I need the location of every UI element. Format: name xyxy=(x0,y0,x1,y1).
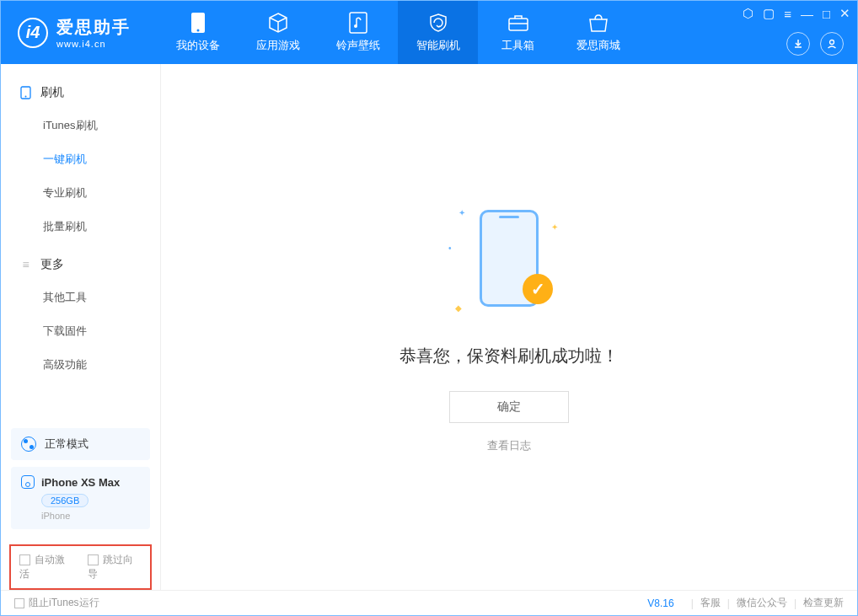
maximize-button[interactable]: □ xyxy=(823,7,830,21)
menu-icon[interactable]: ≡ xyxy=(784,7,791,21)
sidebar-section-more: ≡ 更多 其他工具 下载固件 高级功能 xyxy=(1,249,160,382)
footer-link-wechat[interactable]: 微信公众号 xyxy=(737,596,787,610)
menu-icon: ≡ xyxy=(19,259,32,271)
checkbox-skip-guide[interactable]: 跳过向导 xyxy=(88,553,142,581)
view-log-link[interactable]: 查看日志 xyxy=(487,438,531,453)
sidebar-item-pro-flash[interactable]: 专业刷机 xyxy=(1,176,160,210)
sidebar-item-itunes-flash[interactable]: iTunes刷机 xyxy=(1,109,160,142)
store-icon xyxy=(587,12,609,34)
logo-area: i4 爱思助手 www.i4.cn xyxy=(1,16,147,49)
sidebar-head-more[interactable]: ≡ 更多 xyxy=(1,249,160,281)
success-illustration: ✦✦◆• ✓ xyxy=(442,201,576,319)
sidebar-item-batch-flash[interactable]: 批量刷机 xyxy=(1,210,160,244)
device-type: iPhone xyxy=(41,511,140,521)
refresh-shield-icon xyxy=(427,12,449,34)
ok-button[interactable]: 确定 xyxy=(449,391,569,423)
device-panel: 正常模式 iPhone XS Max 256GB iPhone xyxy=(1,428,160,539)
device-box[interactable]: iPhone XS Max 256GB iPhone xyxy=(11,467,150,529)
nav-label: 智能刷机 xyxy=(416,38,460,53)
nav-store[interactable]: 爱思商城 xyxy=(558,1,638,64)
cube-icon xyxy=(267,12,289,34)
sidebar-section-title: 刷机 xyxy=(40,85,64,100)
minimize-button[interactable]: — xyxy=(801,7,813,21)
tshirt-icon[interactable]: ⬡ xyxy=(743,6,753,21)
window-controls: ⬡ ▢ ≡ — □ ✕ xyxy=(743,6,850,21)
sidebar-section-title: 更多 xyxy=(40,257,64,272)
phone-small-icon xyxy=(21,475,35,489)
storage-badge: 256GB xyxy=(41,494,88,507)
app-header: i4 爱思助手 www.i4.cn 我的设备 应用游戏 铃声壁纸 智能刷机 工具… xyxy=(1,1,857,64)
mode-label: 正常模式 xyxy=(45,437,88,452)
header-right-actions xyxy=(786,32,844,56)
sidebar-item-advanced[interactable]: 高级功能 xyxy=(1,348,160,382)
checkmark-badge-icon: ✓ xyxy=(523,274,553,304)
version-label: V8.16 xyxy=(647,597,673,609)
top-nav: 我的设备 应用游戏 铃声壁纸 智能刷机 工具箱 爱思商城 xyxy=(158,1,638,64)
nav-label: 工具箱 xyxy=(501,38,534,53)
mode-icon xyxy=(21,437,36,452)
main-content: ✦✦◆• ✓ 恭喜您，保资料刷机成功啦！ 确定 查看日志 xyxy=(161,64,857,590)
nav-label: 我的设备 xyxy=(176,38,220,53)
footer-link-update[interactable]: 检查更新 xyxy=(803,596,844,610)
nav-my-device[interactable]: 我的设备 xyxy=(158,1,238,64)
svg-point-1 xyxy=(196,29,199,32)
close-button[interactable]: ✕ xyxy=(839,6,850,21)
checkbox-auto-activate[interactable]: 自动激活 xyxy=(19,553,74,581)
highlighted-options-row: 自动激活 跳过向导 xyxy=(9,544,152,590)
sidebar-head-flash[interactable]: 刷机 xyxy=(1,77,160,109)
download-button[interactable] xyxy=(786,32,810,56)
sidebar-item-other-tools[interactable]: 其他工具 xyxy=(1,281,160,314)
svg-rect-4 xyxy=(509,19,528,30)
nav-toolbox[interactable]: 工具箱 xyxy=(478,1,558,64)
device-icon xyxy=(19,87,32,99)
sidebar-section-flash: 刷机 iTunes刷机 一键刷机 专业刷机 批量刷机 xyxy=(1,77,160,244)
nav-apps-games[interactable]: 应用游戏 xyxy=(238,1,318,64)
app-url: www.i4.cn xyxy=(56,39,131,49)
nav-ringtones-wallpapers[interactable]: 铃声壁纸 xyxy=(318,1,398,64)
feedback-icon[interactable]: ▢ xyxy=(763,6,775,21)
svg-point-3 xyxy=(354,24,357,28)
svg-point-7 xyxy=(25,96,27,98)
app-name: 爱思助手 xyxy=(56,16,131,39)
svg-rect-2 xyxy=(350,13,367,33)
nav-label: 铃声壁纸 xyxy=(336,38,380,53)
phone-icon xyxy=(187,12,209,34)
device-name: iPhone XS Max xyxy=(41,476,120,489)
music-file-icon xyxy=(347,12,369,34)
nav-label: 爱思商城 xyxy=(576,38,620,53)
sidebar-item-oneclick-flash[interactable]: 一键刷机 xyxy=(1,142,160,176)
svg-point-5 xyxy=(830,40,834,45)
footer: 阻止iTunes运行 V8.16 | 客服 | 微信公众号 | 检查更新 xyxy=(1,590,857,615)
checkbox-label: 阻止iTunes运行 xyxy=(29,597,99,608)
nav-smart-flash[interactable]: 智能刷机 xyxy=(398,1,478,64)
footer-link-support[interactable]: 客服 xyxy=(700,596,721,610)
mode-box[interactable]: 正常模式 xyxy=(11,428,150,460)
nav-label: 应用游戏 xyxy=(256,38,300,53)
logo-icon: i4 xyxy=(18,18,48,48)
sidebar: 刷机 iTunes刷机 一键刷机 专业刷机 批量刷机 ≡ 更多 其他工具 下载固… xyxy=(1,64,161,590)
checkbox-block-itunes[interactable]: 阻止iTunes运行 xyxy=(14,596,99,610)
user-button[interactable] xyxy=(820,32,844,56)
success-message: 恭喜您，保资料刷机成功啦！ xyxy=(400,345,619,367)
sidebar-item-download-firmware[interactable]: 下载固件 xyxy=(1,314,160,348)
toolbox-icon xyxy=(507,12,529,34)
